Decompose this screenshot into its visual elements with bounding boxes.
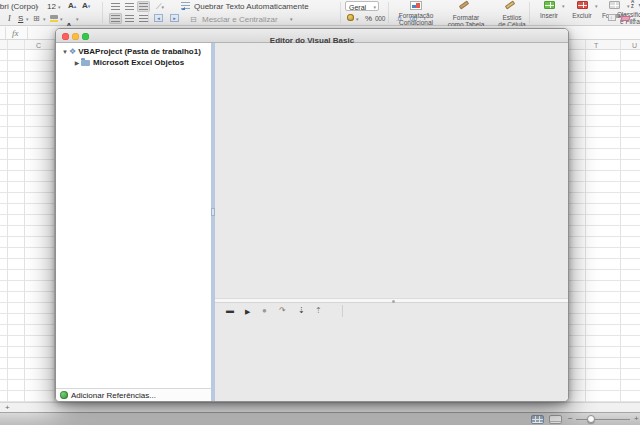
stop-icon[interactable]: ●	[262, 307, 267, 315]
insert-cells-button[interactable]: Inserir	[534, 0, 564, 19]
vbe-right-pane: ▬ ▶ ● ↷ ⇣ ⇡	[215, 43, 568, 401]
run-icon[interactable]: ▬	[226, 307, 234, 315]
step-down-icon[interactable]: ⇣	[298, 307, 305, 315]
format-cells-icon	[609, 1, 620, 9]
tree-item-excel-objects[interactable]: ▶ Microsoft Excel Objetos	[56, 57, 211, 68]
close-button[interactable]	[62, 33, 69, 40]
format-as-table-button[interactable]: Formatar como Tabela	[443, 0, 489, 28]
font-size-caret-icon[interactable]: ▾	[58, 5, 61, 10]
clear-caret-icon[interactable]: ▾	[633, 17, 636, 22]
zoom-out-button[interactable]: −	[568, 415, 573, 423]
screen: Calibri (Corpo) ▾ 12 ▾ A▴ A▾ ⟋▾ Quebrar …	[0, 0, 640, 425]
grow-font-icon[interactable]: A▴	[68, 2, 76, 10]
format-caret-icon[interactable]: ▾	[627, 4, 630, 9]
minimize-button[interactable]	[72, 33, 79, 40]
format-as-table-icon	[459, 3, 473, 12]
zoom-button[interactable]	[82, 33, 89, 40]
merge-center-icon: ⊟	[190, 16, 197, 24]
normal-view-button[interactable]	[531, 415, 544, 424]
zoom-slider-track[interactable]	[576, 419, 630, 420]
decrease-decimal-button[interactable]: .00	[408, 16, 417, 23]
gridline-vertical	[24, 40, 25, 412]
fill-down-icon[interactable]: ↓	[608, 14, 616, 21]
cell-styles-button[interactable]: Estilos de Célula	[491, 0, 533, 28]
step-into-icon[interactable]: ▶	[245, 308, 250, 315]
step-over-icon[interactable]: ↷	[279, 307, 286, 315]
borders-caret-icon[interactable]: ▾	[43, 17, 46, 22]
column-header-t[interactable]: T	[594, 42, 598, 49]
wrap-text-button[interactable]: Quebrar Texto Automaticamente	[194, 3, 309, 11]
project-explorer-panel: ▼ ❖ VBAProject (Pasta de trabalho1) ▶ Mi…	[56, 43, 211, 401]
borders-icon[interactable]: ⊞	[33, 15, 40, 23]
code-pane-empty[interactable]	[215, 43, 568, 298]
ribbon-separator	[529, 2, 530, 23]
percent-style-button[interactable]: %	[365, 15, 372, 23]
comma-style-button[interactable]: 000	[375, 16, 385, 23]
number-format-combobox[interactable]: Geral ▾	[345, 1, 379, 11]
sort-filter-icon[interactable]: A Z	[631, 0, 634, 10]
increase-decimal-button[interactable]: .0	[396, 16, 401, 23]
vbe-titlebar[interactable]: Editor do Visual Basic	[56, 29, 568, 43]
delete-cells-button[interactable]: Excluir	[567, 0, 597, 19]
gridline-vertical	[585, 40, 586, 412]
disclosure-right-icon[interactable]: ▶	[73, 59, 81, 66]
font-color-caret-icon[interactable]: ▾	[76, 17, 79, 22]
window-title: Editor do Visual Basic	[270, 36, 354, 45]
step-out-icon[interactable]: ⇡	[315, 307, 322, 315]
fill-color-caret-icon[interactable]: ▾	[60, 17, 63, 22]
decrease-indent-icon[interactable]: ◂	[154, 14, 163, 22]
delete-cells-icon	[577, 1, 588, 9]
zoom-in-button[interactable]: +	[634, 415, 639, 423]
gridline-vertical	[7, 40, 8, 412]
insert-caret-icon[interactable]: ▾	[562, 4, 565, 9]
conditional-formatting-icon	[410, 1, 422, 10]
gridline-vertical	[620, 40, 621, 412]
align-left-button[interactable]	[109, 13, 122, 24]
add-sheet-button[interactable]: +	[5, 404, 10, 412]
tree-item-vbaproject[interactable]: ▼ ❖ VBAProject (Pasta de trabalho1)	[56, 46, 211, 57]
align-middle-icon[interactable]	[125, 3, 134, 10]
fx-icon: fx	[12, 28, 19, 38]
underline-button[interactable]: S	[18, 15, 23, 23]
accounting-caret-icon[interactable]: ▾	[356, 17, 359, 22]
tree-item-label: Microsoft Excel Objetos	[93, 58, 184, 67]
font-name-caret-icon[interactable]: ▾	[36, 5, 39, 10]
tree-item-label: VBAProject (Pasta de trabalho1)	[78, 47, 201, 56]
font-name-combobox[interactable]: Calibri (Corpo)	[0, 3, 38, 11]
align-top-icon[interactable]	[111, 3, 120, 10]
references-globe-icon	[60, 391, 68, 399]
orientation-icon[interactable]: ⟋▾	[156, 3, 164, 11]
sheet-tabs-strip: +	[0, 402, 640, 412]
italic-button[interactable]: I	[8, 15, 11, 23]
increase-indent-icon[interactable]: ▸	[170, 14, 179, 22]
add-references-row[interactable]: Adicionar Referências...	[56, 388, 211, 401]
page-layout-view-button[interactable]	[549, 415, 562, 424]
fill-color-icon[interactable]	[50, 15, 58, 22]
cell-styles-icon	[505, 3, 519, 12]
ribbon-separator	[148, 2, 149, 23]
clear-eraser-icon[interactable]	[620, 16, 631, 21]
merge-center-caret-icon[interactable]: ▾	[290, 17, 293, 22]
panel-splitter-vertical[interactable]	[211, 43, 215, 401]
column-header-c[interactable]: C	[36, 42, 41, 49]
align-right-icon[interactable]	[139, 15, 148, 22]
status-bar: − +	[0, 412, 640, 425]
accounting-format-icon[interactable]	[347, 14, 354, 21]
formula-bar-separator	[5, 27, 6, 39]
debug-toolbar: ▬ ▶ ● ↷ ⇣ ⇡	[215, 303, 568, 319]
immediate-window-pane[interactable]	[215, 319, 568, 401]
splitter-handle[interactable]	[211, 208, 215, 216]
ribbon-separator	[388, 2, 389, 23]
merge-center-button[interactable]: Mesclar e Centralizar	[202, 16, 278, 24]
font-size-combobox[interactable]: 12	[47, 3, 56, 11]
align-center-icon[interactable]	[125, 15, 134, 22]
shrink-font-icon[interactable]: A▾	[82, 2, 90, 10]
ribbon-separator	[340, 2, 341, 23]
delete-caret-icon[interactable]: ▾	[595, 4, 598, 9]
zoom-slider-knob[interactable]	[587, 415, 595, 423]
disclosure-down-icon[interactable]: ▼	[61, 49, 69, 55]
excel-ribbon: Calibri (Corpo) ▾ 12 ▾ A▴ A▾ ⟋▾ Quebrar …	[0, 0, 640, 26]
column-header-u[interactable]: U	[632, 42, 637, 49]
underline-caret-icon[interactable]: ▾	[26, 17, 29, 22]
ribbon-separator	[102, 2, 103, 23]
